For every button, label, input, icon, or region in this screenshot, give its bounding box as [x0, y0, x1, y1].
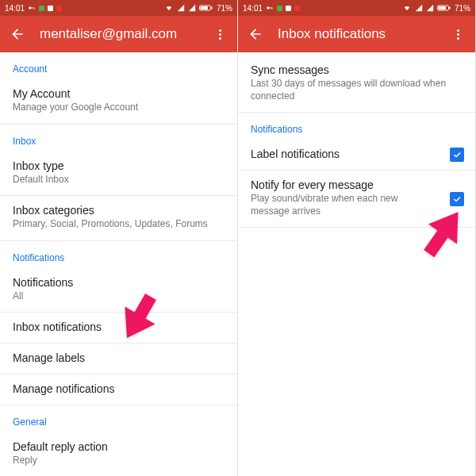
phone-right: 14:01 71% Inbox notifications Sync messa… [238, 0, 476, 476]
item-inbox-notifications[interactable]: Inbox notifications [0, 313, 237, 344]
signal-icon [177, 4, 185, 12]
item-title: Notifications [13, 276, 225, 289]
app-bar: Inbox notifications [238, 16, 475, 52]
checkbox-notify-every[interactable] [450, 192, 464, 206]
item-title: Default reply action [13, 440, 225, 453]
svg-rect-2 [34, 8, 35, 10]
item-title: Manage notifications [13, 382, 225, 395]
back-button[interactable] [248, 26, 263, 42]
item-inbox-categories[interactable]: Inbox categories Primary, Social, Promot… [0, 196, 237, 241]
battery-icon [199, 4, 213, 12]
item-title: Inbox categories [13, 204, 225, 217]
signal-icon [426, 4, 434, 12]
item-sub: Default Inbox [13, 174, 225, 186]
svg-rect-10 [438, 6, 446, 10]
svg-rect-8 [272, 8, 273, 10]
item-title: Notify for every message [251, 178, 440, 191]
svg-point-6 [267, 6, 269, 9]
item-inbox-type[interactable]: Inbox type Default Inbox [0, 152, 237, 197]
battery-percent: 71% [455, 4, 470, 13]
app-bar: mentaliser@gmail.com [0, 16, 237, 52]
app-icon [48, 6, 53, 11]
section-notifications: Notifications [0, 241, 237, 268]
item-sub: Reply [13, 455, 225, 467]
item-default-reply[interactable]: Default reply action Reply [0, 432, 237, 476]
battery-percent: 71% [217, 4, 232, 13]
check-icon [450, 192, 464, 206]
status-bar: 14:01 71% [238, 0, 475, 16]
item-sub: Last 30 days of messages will download w… [251, 78, 463, 102]
battery-icon [437, 4, 451, 12]
item-sub: Play sound/vibrate when each new message… [251, 193, 417, 217]
settings-list[interactable]: Account My Account Manage your Google Ac… [0, 52, 237, 476]
svg-rect-5 [211, 7, 213, 10]
item-sub: Manage your Google Account [13, 102, 225, 114]
signal-icon [188, 4, 196, 12]
status-bar: 14:01 71% [0, 0, 237, 16]
item-title: My Account [13, 87, 225, 100]
item-sub: All [13, 290, 225, 303]
app-icon [56, 6, 62, 11]
wifi-icon [402, 4, 412, 12]
back-button[interactable] [10, 26, 25, 42]
svg-rect-11 [449, 7, 451, 10]
status-time: 14:01 [243, 4, 263, 13]
item-label-notifications[interactable]: Label notifications [238, 140, 475, 171]
app-icon [39, 6, 44, 11]
item-title: Inbox notifications [13, 321, 225, 333]
status-time: 14:01 [5, 4, 25, 13]
section-general: General [0, 405, 237, 432]
checkbox-label-notifications[interactable] [450, 148, 464, 162]
item-manage-notifications[interactable]: Manage notifications [0, 374, 237, 405]
phone-left: 14:01 71% mentaliser@gmail.com Account M [0, 0, 238, 476]
section-account: Account [0, 52, 237, 79]
settings-list[interactable]: Sync messages Last 30 days of messages w… [238, 52, 475, 476]
item-manage-labels[interactable]: Manage labels [0, 344, 237, 374]
appbar-title: Inbox notifications [278, 26, 450, 42]
app-icon [294, 6, 300, 11]
item-title: Inbox type [13, 159, 225, 172]
app-icon [286, 6, 291, 11]
overflow-menu-button[interactable] [212, 29, 228, 40]
item-sub: Primary, Social, Promotions, Updates, Fo… [13, 218, 225, 231]
appbar-title: mentaliser@gmail.com [40, 26, 212, 42]
section-inbox: Inbox [0, 125, 237, 152]
item-sync-messages[interactable]: Sync messages Last 30 days of messages w… [238, 52, 475, 113]
overflow-menu-button[interactable] [450, 29, 466, 40]
item-notify-every-message[interactable]: Notify for every message Play sound/vibr… [238, 171, 475, 228]
check-icon [450, 148, 464, 162]
item-notifications[interactable]: Notifications All [0, 268, 237, 313]
item-my-account[interactable]: My Account Manage your Google Account [0, 79, 237, 125]
item-title: Manage labels [13, 351, 225, 364]
svg-rect-4 [200, 6, 208, 10]
signal-icon [415, 4, 423, 12]
item-title: Sync messages [251, 63, 463, 76]
app-icon [277, 6, 282, 11]
section-notifications: Notifications [238, 113, 475, 140]
wifi-icon [164, 4, 174, 12]
item-title: Label notifications [251, 148, 440, 160]
key-icon [266, 4, 274, 12]
svg-point-0 [29, 6, 31, 9]
key-icon [28, 4, 36, 12]
